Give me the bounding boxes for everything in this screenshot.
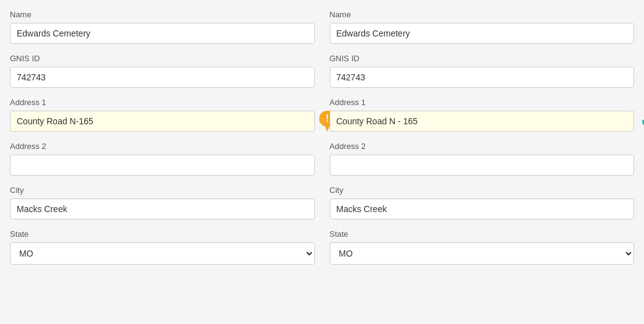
right-column: Name GNIS ID Address 1 ✔ Address 2 City … (330, 10, 635, 275)
right-address1-wrapper: ✔ (330, 111, 635, 132)
left-gnisid-label: GNIS ID (10, 54, 315, 63)
right-state-group: State MOALAKAZARCACOCTDEFLGAHIIDILINIAKS… (330, 229, 635, 265)
right-address1-label: Address 1 (330, 98, 635, 107)
right-address2-group: Address 2 (330, 142, 635, 176)
left-state-select[interactable]: MOALAKAZARCACOCTDEFLGAHIIDILINIAKSKYLAME… (10, 242, 315, 265)
right-state-label: State (330, 229, 635, 239)
left-name-label: Name (10, 10, 315, 19)
right-address1-input[interactable] (330, 111, 635, 132)
left-address1-wrapper: ! (10, 111, 315, 132)
left-address2-group: Address 2 (10, 142, 315, 176)
left-gnisid-input[interactable] (10, 67, 315, 88)
left-city-label: City (10, 185, 315, 195)
left-address1-input[interactable] (10, 111, 315, 132)
left-gnisid-group: GNIS ID (10, 54, 315, 88)
right-name-input[interactable] (330, 23, 635, 44)
right-gnisid-input[interactable] (330, 67, 635, 88)
left-address1-group: Address 1 ! (10, 98, 315, 132)
left-city-group: City (10, 185, 315, 220)
left-address2-input[interactable] (10, 155, 315, 176)
left-city-input[interactable] (10, 198, 315, 220)
left-state-group: State MOALAKAZARCACOCTDEFLGAHIIDILINIAKS… (10, 229, 315, 265)
right-name-group: Name (330, 10, 635, 44)
right-city-input[interactable] (330, 198, 635, 220)
right-gnisid-label: GNIS ID (330, 54, 635, 63)
left-address1-label: Address 1 (10, 98, 315, 107)
right-address2-label: Address 2 (330, 142, 635, 151)
left-name-input[interactable] (10, 23, 315, 44)
left-name-group: Name (10, 10, 315, 44)
right-address1-group: Address 1 ✔ (330, 98, 635, 132)
left-address2-label: Address 2 (10, 142, 315, 151)
right-gnisid-group: GNIS ID (330, 54, 635, 88)
form-container: Name GNIS ID Address 1 ! Address 2 City (10, 10, 634, 275)
left-state-label: State (10, 229, 315, 239)
right-address2-input[interactable] (330, 155, 635, 176)
right-state-select[interactable]: MOALAKAZARCACOCTDEFLGAHIIDILINIAKSKYLAME… (330, 242, 635, 265)
right-name-label: Name (330, 10, 635, 19)
check-icon: ✔ (640, 113, 644, 130)
right-city-group: City (330, 185, 635, 220)
right-city-label: City (330, 185, 635, 195)
svg-text:!: ! (325, 113, 328, 124)
left-column: Name GNIS ID Address 1 ! Address 2 City (10, 10, 315, 275)
svg-marker-2 (325, 126, 330, 132)
